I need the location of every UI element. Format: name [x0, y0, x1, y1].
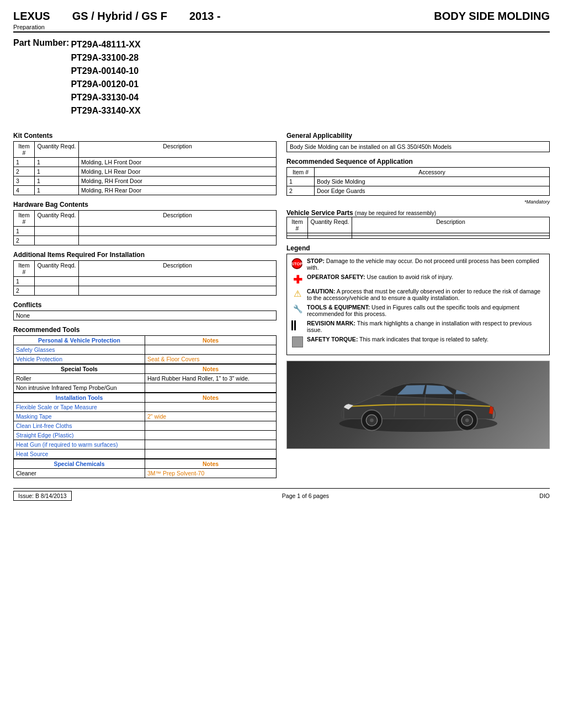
recommended-tools-title: Recommended Tools	[13, 326, 277, 334]
table-row: Clean Lint-free Cloths	[14, 421, 277, 431]
doc-title: BODY SIDE MOLDING	[434, 10, 550, 23]
tool-notes: Hard Rubber Hand Roller, 1" to 3" wide.	[145, 374, 277, 383]
vehicle-service-parts-suffix: (may be required for reassembly)	[355, 210, 436, 216]
legend-item: REVISION MARK: This mark highlights a ch…	[291, 320, 545, 333]
svg-point-9	[465, 418, 469, 422]
table-row: 1	[14, 227, 277, 236]
table-row: 41Molding, RH Rear Door	[14, 186, 277, 195]
legend-box: STOPSTOP: Damage to the vehicle may occu…	[286, 254, 550, 355]
table-header: Description	[79, 261, 277, 277]
table-row: Masking Tape2" wide	[14, 412, 277, 421]
tool-name: Non intrusive Infrared Temp Probe/Gun	[14, 383, 145, 393]
tools-section-table: Installation ToolsNotesFlexible Scale or…	[13, 393, 277, 459]
vehicle-service-parts-table: Item #Quantity Reqd.Description	[286, 217, 550, 239]
tools-section-table: Special ToolsNotesRollerHard Rubber Hand…	[13, 364, 277, 393]
tool-name: Roller	[14, 374, 145, 383]
general-applicability-text: Body Side Molding can be installed on al…	[286, 141, 550, 152]
legend-item: ✚OPERATOR SAFETY: Use caution to avoid r…	[291, 274, 545, 285]
legend-item: SAFETY TORQUE: This mark indicates that …	[291, 336, 545, 349]
hardware-bag-table: Item #Quantity Reqd.Description12	[13, 210, 277, 245]
tool-notes: 2" wide	[145, 412, 277, 421]
tool-notes	[145, 431, 277, 440]
table-cell: 1	[14, 227, 35, 236]
kit-contents-title: Kit Contents	[13, 132, 277, 140]
table-cell: 4	[14, 186, 35, 195]
table-cell: Molding, RH Front Door	[79, 176, 277, 186]
legend-text: REVISION MARK: This mark highlights a ch…	[307, 320, 545, 333]
tool-name: Vehicle Protection	[14, 355, 145, 364]
tools-category-header: Personal & Vehicle Protection	[14, 336, 145, 345]
operator-safety-icon: ✚	[291, 274, 304, 285]
tool-notes	[145, 440, 277, 449]
table-cell	[35, 227, 79, 236]
recommended-sequence-title: Recommended Sequence of Application	[286, 158, 550, 165]
recommended-sequence-table: Item #Accessory1Body Side Molding2Door E…	[286, 167, 550, 196]
table-cell: 1	[287, 177, 315, 186]
tool-notes	[145, 345, 277, 355]
table-cell	[79, 227, 277, 236]
svg-point-6	[370, 418, 374, 422]
table-row: Heat Gun (if required to warm surfaces)	[14, 440, 277, 449]
conflicts-value: None	[13, 311, 277, 320]
table-cell: 3	[14, 176, 35, 186]
mandatory-note: *Mandatory	[286, 199, 550, 205]
part-number-value: PT29A-00120-01	[71, 78, 140, 91]
table-row: 1Body Side Molding	[287, 177, 550, 186]
tools-section-table: Special ChemicalsNotesCleaner3M™ Prep So…	[13, 459, 277, 478]
part-number-value: PT29A-00140-10	[71, 65, 140, 78]
table-row: Cleaner3M™ Prep Solvent-70	[14, 469, 277, 478]
table-header: Item #	[287, 217, 308, 233]
header-sub: Preparation	[13, 24, 550, 30]
table-cell: 1	[35, 158, 79, 167]
tools-notes-header: Notes	[145, 365, 277, 374]
table-cell: 2	[287, 186, 315, 196]
table-row: 2Door Edge Guards	[287, 186, 550, 196]
car-image	[286, 361, 550, 449]
tool-name: Masking Tape	[14, 412, 145, 421]
legend-text: STOP: Damage to the vehicle may occur. D…	[307, 258, 545, 271]
vehicle-service-parts-title: Vehicle Service Parts	[286, 209, 353, 217]
table-row	[287, 236, 550, 239]
tool-notes: 3M™ Prep Solvent-70	[145, 469, 277, 478]
table-row: 31Molding, RH Front Door	[14, 176, 277, 186]
table-header: Quantity Reqd.	[35, 261, 79, 277]
legend-text: CAUTION: A process that must be carefull…	[307, 288, 545, 301]
legend-text: OPERATOR SAFETY: Use caution to avoid ri…	[307, 274, 545, 280]
table-header: Description	[79, 211, 277, 227]
tool-notes	[145, 449, 277, 459]
table-cell	[308, 236, 352, 239]
legend-item: 🔧TOOLS & EQUIPMENT: Used in Figures call…	[291, 304, 545, 317]
table-row: 11Molding, LH Front Door	[14, 158, 277, 167]
tool-notes	[145, 403, 277, 412]
table-header: Item #	[14, 142, 35, 158]
issue-label: Issue: B 8/14/2013	[13, 491, 72, 501]
doc-code: DIO	[539, 493, 550, 499]
table-cell	[79, 286, 277, 296]
table-cell	[35, 277, 79, 286]
tool-notes	[145, 421, 277, 431]
tools-category-header: Installation Tools	[14, 393, 145, 403]
table-cell	[35, 236, 79, 245]
table-row: 1	[14, 277, 277, 286]
table-cell	[352, 236, 550, 239]
legend-item: STOPSTOP: Damage to the vehicle may occu…	[291, 258, 545, 271]
legend-text: TOOLS & EQUIPMENT: Used in Figures calls…	[307, 304, 545, 317]
table-cell: Door Edge Guards	[315, 186, 550, 196]
vehicle-service-parts-section: Vehicle Service Parts (may be required f…	[286, 209, 550, 217]
tool-name: Heat Source	[14, 449, 145, 459]
table-header: Accessory	[315, 168, 550, 177]
table-header: Quantity Reqd.	[308, 217, 352, 233]
table-row: Non intrusive Infrared Temp Probe/Gun	[14, 383, 277, 393]
table-cell: Body Side Molding	[315, 177, 550, 186]
tool-name: Flexible Scale or Tape Measure	[14, 403, 145, 412]
tools-category-header: Special Chemicals	[14, 459, 145, 469]
additional-items-table: Item #Quantity Reqd.Description12	[13, 260, 277, 296]
stop-icon: STOP	[291, 258, 302, 269]
table-header: Description	[79, 142, 277, 158]
table-header: Quantity Reqd.	[35, 211, 79, 227]
table-row: Safety Glasses	[14, 345, 277, 355]
caution-icon: ⚠	[291, 288, 304, 299]
table-row: 2	[14, 286, 277, 296]
tool-name: Clean Lint-free Cloths	[14, 421, 145, 431]
table-row: 2	[14, 236, 277, 245]
